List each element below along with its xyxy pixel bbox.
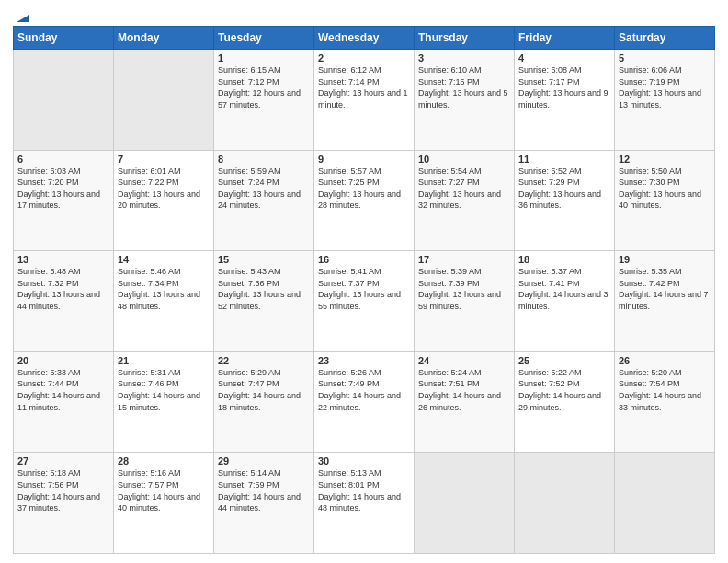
- day-info: Sunrise: 5:52 AMSunset: 7:29 PMDaylight:…: [518, 166, 610, 212]
- day-number: 28: [118, 455, 210, 466]
- day-cell: [615, 453, 715, 554]
- day-number: 26: [619, 355, 711, 366]
- day-cell: 7Sunrise: 6:01 AMSunset: 7:22 PMDaylight…: [114, 150, 214, 251]
- day-info: Sunrise: 5:43 AMSunset: 7:36 PMDaylight:…: [218, 266, 310, 312]
- col-wednesday: Wednesday: [314, 27, 415, 50]
- day-cell: [515, 453, 615, 554]
- day-number: 12: [619, 154, 711, 165]
- day-number: 16: [318, 254, 410, 265]
- day-cell: 15Sunrise: 5:43 AMSunset: 7:36 PMDayligh…: [214, 251, 314, 352]
- day-number: 24: [418, 355, 510, 366]
- header-row: Sunday Monday Tuesday Wednesday Thursday…: [14, 27, 715, 50]
- day-cell: 17Sunrise: 5:39 AMSunset: 7:39 PMDayligh…: [415, 251, 515, 352]
- header: [13, 9, 715, 20]
- day-info: Sunrise: 5:14 AMSunset: 7:59 PMDaylight:…: [218, 467, 310, 513]
- day-cell: 14Sunrise: 5:46 AMSunset: 7:34 PMDayligh…: [114, 251, 214, 352]
- day-cell: 11Sunrise: 5:52 AMSunset: 7:29 PMDayligh…: [515, 150, 615, 251]
- day-info: Sunrise: 5:24 AMSunset: 7:51 PMDaylight:…: [418, 367, 510, 413]
- day-cell: 19Sunrise: 5:35 AMSunset: 7:42 PMDayligh…: [615, 251, 715, 352]
- day-cell: 25Sunrise: 5:22 AMSunset: 7:52 PMDayligh…: [515, 351, 615, 453]
- day-info: Sunrise: 5:16 AMSunset: 7:57 PMDaylight:…: [118, 467, 210, 513]
- day-number: 4: [518, 52, 610, 63]
- day-cell: 28Sunrise: 5:16 AMSunset: 7:57 PMDayligh…: [114, 453, 214, 554]
- day-number: 21: [118, 355, 210, 366]
- col-friday: Friday: [515, 27, 615, 50]
- day-info: Sunrise: 5:13 AMSunset: 8:01 PMDaylight:…: [318, 467, 410, 513]
- day-cell: 24Sunrise: 5:24 AMSunset: 7:51 PMDayligh…: [415, 351, 515, 453]
- day-info: Sunrise: 5:48 AMSunset: 7:32 PMDaylight:…: [17, 266, 109, 312]
- week-row-5: 27Sunrise: 5:18 AMSunset: 7:56 PMDayligh…: [14, 453, 715, 554]
- day-number: 11: [518, 154, 610, 165]
- day-cell: 22Sunrise: 5:29 AMSunset: 7:47 PMDayligh…: [214, 351, 314, 453]
- day-number: 6: [17, 154, 109, 165]
- day-info: Sunrise: 5:41 AMSunset: 7:37 PMDaylight:…: [318, 266, 410, 312]
- day-info: Sunrise: 5:33 AMSunset: 7:44 PMDaylight:…: [17, 367, 109, 413]
- day-cell: 2Sunrise: 6:12 AMSunset: 7:14 PMDaylight…: [314, 50, 415, 151]
- day-info: Sunrise: 6:06 AMSunset: 7:19 PMDaylight:…: [619, 64, 711, 110]
- day-number: 18: [518, 254, 610, 265]
- calendar-table: Sunday Monday Tuesday Wednesday Thursday…: [13, 26, 715, 554]
- day-number: 17: [418, 254, 510, 265]
- col-monday: Monday: [114, 27, 214, 50]
- day-cell: 12Sunrise: 5:50 AMSunset: 7:30 PMDayligh…: [615, 150, 715, 251]
- day-info: Sunrise: 6:03 AMSunset: 7:20 PMDaylight:…: [17, 166, 109, 212]
- logo: [13, 9, 31, 20]
- day-info: Sunrise: 5:46 AMSunset: 7:34 PMDaylight:…: [118, 266, 210, 312]
- day-info: Sunrise: 6:10 AMSunset: 7:15 PMDaylight:…: [418, 64, 510, 110]
- day-number: 29: [218, 455, 310, 466]
- day-number: 20: [17, 355, 109, 366]
- day-info: Sunrise: 6:01 AMSunset: 7:22 PMDaylight:…: [118, 166, 210, 212]
- logo-triangle-icon: [15, 7, 31, 24]
- day-cell: 30Sunrise: 5:13 AMSunset: 8:01 PMDayligh…: [314, 453, 415, 554]
- day-number: 22: [218, 355, 310, 366]
- day-info: Sunrise: 5:29 AMSunset: 7:47 PMDaylight:…: [218, 367, 310, 413]
- day-cell: 5Sunrise: 6:06 AMSunset: 7:19 PMDaylight…: [615, 50, 715, 151]
- day-cell: 4Sunrise: 6:08 AMSunset: 7:17 PMDaylight…: [515, 50, 615, 151]
- day-cell: 3Sunrise: 6:10 AMSunset: 7:15 PMDaylight…: [415, 50, 515, 151]
- day-cell: 16Sunrise: 5:41 AMSunset: 7:37 PMDayligh…: [314, 251, 415, 352]
- day-number: 19: [619, 254, 711, 265]
- day-number: 1: [218, 52, 310, 63]
- day-number: 7: [118, 154, 210, 165]
- day-cell: 20Sunrise: 5:33 AMSunset: 7:44 PMDayligh…: [14, 351, 114, 453]
- day-cell: 18Sunrise: 5:37 AMSunset: 7:41 PMDayligh…: [515, 251, 615, 352]
- day-cell: 29Sunrise: 5:14 AMSunset: 7:59 PMDayligh…: [214, 453, 314, 554]
- week-row-1: 1Sunrise: 6:15 AMSunset: 7:12 PMDaylight…: [14, 50, 715, 151]
- day-cell: 10Sunrise: 5:54 AMSunset: 7:27 PMDayligh…: [415, 150, 515, 251]
- day-number: 3: [418, 52, 510, 63]
- day-cell: 9Sunrise: 5:57 AMSunset: 7:25 PMDaylight…: [314, 150, 415, 251]
- day-number: 9: [318, 154, 410, 165]
- day-cell: [14, 50, 114, 151]
- day-number: 14: [118, 254, 210, 265]
- day-info: Sunrise: 6:15 AMSunset: 7:12 PMDaylight:…: [218, 64, 310, 110]
- day-cell: 23Sunrise: 5:26 AMSunset: 7:49 PMDayligh…: [314, 351, 415, 453]
- day-info: Sunrise: 5:35 AMSunset: 7:42 PMDaylight:…: [619, 266, 711, 312]
- day-info: Sunrise: 5:50 AMSunset: 7:30 PMDaylight:…: [619, 166, 711, 212]
- day-info: Sunrise: 5:26 AMSunset: 7:49 PMDaylight:…: [318, 367, 410, 413]
- day-cell: 26Sunrise: 5:20 AMSunset: 7:54 PMDayligh…: [615, 351, 715, 453]
- week-row-4: 20Sunrise: 5:33 AMSunset: 7:44 PMDayligh…: [14, 351, 715, 453]
- day-cell: 8Sunrise: 5:59 AMSunset: 7:24 PMDaylight…: [214, 150, 314, 251]
- col-tuesday: Tuesday: [214, 27, 314, 50]
- day-cell: 21Sunrise: 5:31 AMSunset: 7:46 PMDayligh…: [114, 351, 214, 453]
- day-cell: 1Sunrise: 6:15 AMSunset: 7:12 PMDaylight…: [214, 50, 314, 151]
- day-info: Sunrise: 6:08 AMSunset: 7:17 PMDaylight:…: [518, 64, 610, 110]
- week-row-2: 6Sunrise: 6:03 AMSunset: 7:20 PMDaylight…: [14, 150, 715, 251]
- day-number: 13: [17, 254, 109, 265]
- col-thursday: Thursday: [415, 27, 515, 50]
- day-info: Sunrise: 5:59 AMSunset: 7:24 PMDaylight:…: [218, 166, 310, 212]
- day-number: 30: [318, 455, 410, 466]
- col-sunday: Sunday: [14, 27, 114, 50]
- day-info: Sunrise: 5:57 AMSunset: 7:25 PMDaylight:…: [318, 166, 410, 212]
- day-cell: 6Sunrise: 6:03 AMSunset: 7:20 PMDaylight…: [14, 150, 114, 251]
- day-info: Sunrise: 5:18 AMSunset: 7:56 PMDaylight:…: [17, 467, 109, 513]
- day-number: 23: [318, 355, 410, 366]
- day-number: 10: [418, 154, 510, 165]
- day-info: Sunrise: 5:31 AMSunset: 7:46 PMDaylight:…: [118, 367, 210, 413]
- week-row-3: 13Sunrise: 5:48 AMSunset: 7:32 PMDayligh…: [14, 251, 715, 352]
- day-info: Sunrise: 5:54 AMSunset: 7:27 PMDaylight:…: [418, 166, 510, 212]
- day-cell: [415, 453, 515, 554]
- day-cell: [114, 50, 214, 151]
- day-number: 25: [518, 355, 610, 366]
- day-cell: 13Sunrise: 5:48 AMSunset: 7:32 PMDayligh…: [14, 251, 114, 352]
